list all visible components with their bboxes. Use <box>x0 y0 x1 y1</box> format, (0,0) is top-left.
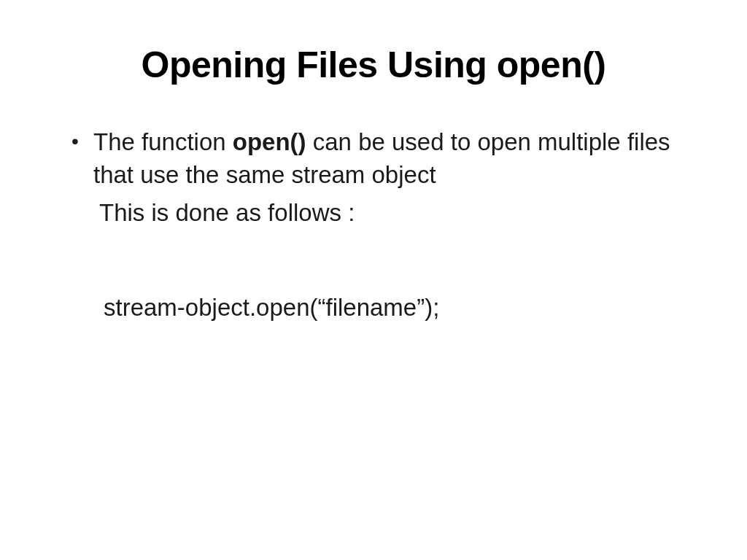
slide-title: Opening Files Using open() <box>66 44 681 86</box>
bullet1-prefix: The function <box>93 128 233 155</box>
code-line: stream-object.open(“filename”); <box>104 292 681 324</box>
slide-content: • The function open() can be used to ope… <box>66 126 681 324</box>
bullet-item-1: • The function open() can be used to ope… <box>66 126 681 191</box>
slide-container: Opening Files Using open() • The functio… <box>0 0 747 560</box>
bullet1-bold: open() <box>233 128 306 155</box>
bullet-text-1: The function open() can be used to open … <box>93 126 681 191</box>
line-2: This is done as follows : <box>99 197 681 230</box>
bullet-marker: • <box>66 126 93 191</box>
